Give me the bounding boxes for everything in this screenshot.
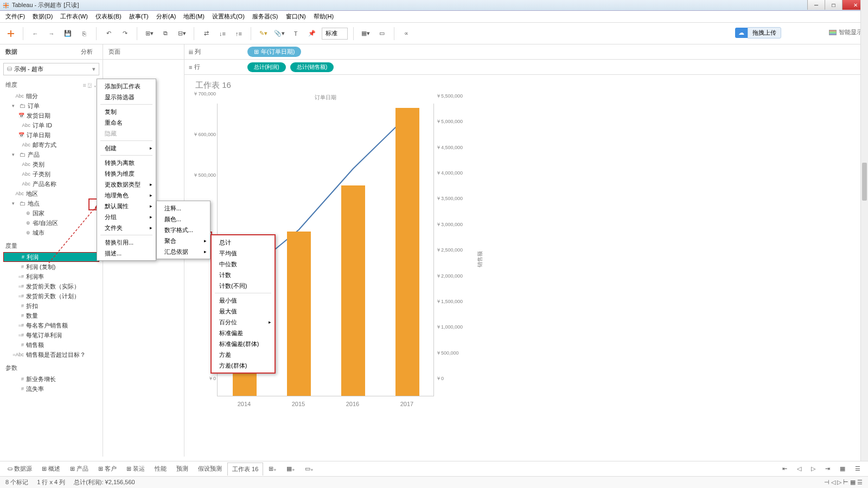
- save-button[interactable]: 💾: [61, 27, 74, 40]
- group-button[interactable]: 📎▾: [273, 27, 286, 40]
- nav-prev[interactable]: ◁: [793, 463, 806, 474]
- field-item[interactable]: Abc子类别: [0, 169, 103, 179]
- menu-worksheet[interactable]: 工作表(W): [57, 11, 91, 22]
- field-item[interactable]: =#利润率: [0, 272, 103, 281]
- fit-dropdown[interactable]: 标准: [322, 28, 348, 40]
- menu-item[interactable]: 颜色...: [157, 214, 210, 224]
- undo-button[interactable]: ↶: [102, 27, 115, 40]
- menu-item[interactable]: 添加到工作表: [97, 81, 156, 92]
- menu-dashboard[interactable]: 仪表板(B): [92, 11, 125, 22]
- pages-shelf[interactable]: 页面: [103, 44, 184, 60]
- menu-item[interactable]: 方差(群体): [212, 360, 275, 371]
- menu-item[interactable]: 计数(不同): [212, 280, 275, 291]
- menu-story[interactable]: 故事(T): [126, 11, 152, 22]
- text-button[interactable]: T: [289, 27, 302, 40]
- field-item[interactable]: 📅发货日期: [0, 111, 103, 120]
- chart-bar[interactable]: [395, 108, 419, 396]
- menu-item[interactable]: 创建: [97, 143, 156, 153]
- menu-item[interactable]: 描述...: [97, 248, 156, 259]
- tab-customer[interactable]: ⊞客户: [94, 463, 121, 475]
- menu-item[interactable]: 地理角色: [97, 190, 156, 201]
- tab-data[interactable]: 数据: [0, 44, 49, 59]
- tab-forecast[interactable]: 预测: [172, 463, 193, 475]
- highlight-button[interactable]: ✎▾: [257, 27, 270, 40]
- menu-server[interactable]: 服务器(S): [249, 11, 282, 22]
- status-nav[interactable]: ⊣ ◁ ▷ ⊢ ▦ ☰: [824, 479, 863, 486]
- maximize-button[interactable]: □: [825, 0, 842, 10]
- show-cards-button[interactable]: ▦▾: [359, 27, 372, 40]
- new-sheet-button[interactable]: ⊞▾: [143, 27, 156, 40]
- sheet-title[interactable]: 工作表 16: [195, 80, 857, 91]
- new-data-button[interactable]: ⎘: [78, 27, 91, 40]
- field-item[interactable]: Abc邮寄方式: [0, 140, 103, 150]
- new-story-button[interactable]: ▭₊: [301, 463, 318, 474]
- field-item[interactable]: #折扣: [0, 301, 103, 311]
- rows-pill-1[interactable]: 总计(利润): [247, 62, 286, 72]
- menu-item[interactable]: 最大值: [212, 306, 275, 317]
- menu-item[interactable]: 注释...: [157, 203, 210, 214]
- field-item[interactable]: #数量: [0, 311, 103, 320]
- pin-button[interactable]: 📌: [305, 27, 318, 40]
- menu-item[interactable]: 百分位: [212, 317, 275, 328]
- datasource-selector[interactable]: ⛁ 示例 - 超市: [3, 63, 99, 75]
- forward-button[interactable]: →: [45, 27, 58, 40]
- nav-last[interactable]: ⇥: [821, 463, 834, 474]
- nav-next[interactable]: ▷: [807, 463, 820, 474]
- menu-file[interactable]: 文件(F): [2, 11, 28, 22]
- field-item[interactable]: #利润 (复制): [0, 262, 103, 272]
- tab-overview[interactable]: ⊞概述: [37, 463, 65, 475]
- menu-item[interactable]: 计数: [212, 269, 275, 280]
- tab-datasource[interactable]: ⛀数据源: [3, 463, 36, 475]
- menu-item[interactable]: 平均值: [212, 248, 275, 259]
- field-item[interactable]: ⊕国家: [0, 208, 103, 218]
- menu-item[interactable]: 数字格式...: [157, 224, 210, 235]
- field-item[interactable]: =Abc销售额是否超过目标？: [0, 350, 103, 359]
- presentation-button[interactable]: ▭: [375, 27, 388, 40]
- view-icon[interactable]: ≡ ⍰ ▾: [82, 82, 97, 88]
- menu-item[interactable]: 最小值: [212, 295, 275, 306]
- field-item[interactable]: ⊕省/自治区: [0, 218, 103, 228]
- menu-help[interactable]: 帮助(H): [310, 11, 337, 22]
- tab-performance[interactable]: 性能: [150, 463, 171, 475]
- clear-button[interactable]: ⊟▾: [175, 27, 188, 40]
- menu-item[interactable]: 显示筛选器: [97, 92, 156, 102]
- tab-analytics[interactable]: 分析: [49, 44, 103, 59]
- field-item[interactable]: =#每笔订单利润: [0, 330, 103, 340]
- menu-item[interactable]: 汇总依据: [157, 246, 210, 257]
- menu-item[interactable]: 方差: [212, 349, 275, 360]
- field-item[interactable]: Abc地区: [0, 189, 103, 198]
- sort-asc-button[interactable]: ↓≡: [216, 27, 229, 40]
- logo-icon[interactable]: [4, 27, 17, 40]
- rows-pill-2[interactable]: 总计(销售额): [290, 62, 334, 72]
- menu-window[interactable]: 窗口(N): [283, 11, 309, 22]
- menu-item[interactable]: 分组: [97, 211, 156, 222]
- menu-item[interactable]: 转换为维度: [97, 168, 156, 179]
- field-item[interactable]: ▾🗀订单: [0, 101, 103, 111]
- field-item[interactable]: #利润: [3, 252, 99, 262]
- field-item[interactable]: #销售额: [0, 340, 103, 350]
- menu-item[interactable]: 聚合: [157, 235, 210, 246]
- show-me-button[interactable]: 智能显示: [829, 28, 863, 36]
- field-item[interactable]: ▾🗀产品: [0, 150, 103, 159]
- menu-item[interactable]: 默认属性: [97, 201, 156, 211]
- field-item[interactable]: =#发货前天数（计划）: [0, 291, 103, 301]
- menu-item[interactable]: 替换引用...: [97, 237, 156, 248]
- cloud-upload[interactable]: ☁ 拖拽上传: [735, 27, 781, 38]
- field-item[interactable]: Abc订单 ID: [0, 120, 103, 130]
- chart-bar[interactable]: [287, 232, 311, 396]
- field-item[interactable]: Abc产品名称: [0, 179, 103, 189]
- back-button[interactable]: ←: [29, 27, 42, 40]
- rows-shelf[interactable]: ≡行 总计(利润) 总计(销售额): [184, 60, 868, 75]
- sort-desc-button[interactable]: ↑≡: [232, 27, 245, 40]
- columns-pill[interactable]: ⊞年(订单日期): [247, 47, 301, 57]
- show-filmstrip[interactable]: ▦: [835, 463, 850, 474]
- field-item[interactable]: #新业务增长: [0, 374, 103, 384]
- columns-shelf[interactable]: iii列 ⊞年(订单日期): [184, 44, 868, 60]
- minimize-button[interactable]: ─: [807, 0, 825, 10]
- menu-item[interactable]: 更改数据类型: [97, 179, 156, 190]
- field-item[interactable]: =#每名客户销售额: [0, 320, 103, 330]
- field-item[interactable]: Abc类别: [0, 159, 103, 169]
- tab-product[interactable]: ⊞产品: [66, 463, 93, 475]
- menu-item[interactable]: 转换为离散: [97, 157, 156, 168]
- field-item[interactable]: ⊕城市: [0, 228, 103, 237]
